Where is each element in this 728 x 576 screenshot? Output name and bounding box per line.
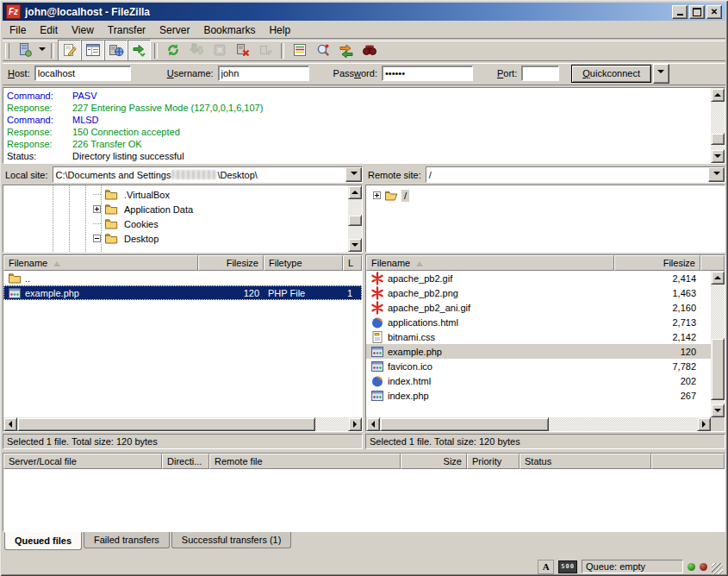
port-input[interactable] bbox=[521, 66, 559, 81]
file-row-bitnami-css[interactable]: bitnami.css2,142 bbox=[366, 329, 711, 344]
tree-item-desktop[interactable]: Desktop bbox=[93, 231, 161, 246]
column-header-filesize[interactable]: Filesize bbox=[198, 255, 264, 271]
find-files-button[interactable] bbox=[358, 40, 381, 61]
scroll-up-button[interactable] bbox=[711, 271, 725, 285]
arrow-right-icon bbox=[353, 421, 360, 428]
tree-expander-plus-icon[interactable] bbox=[93, 205, 101, 213]
column-header-blank[interactable] bbox=[700, 255, 725, 271]
column-header-filesize[interactable]: Filesize bbox=[614, 255, 700, 271]
remote-hscrollbar[interactable] bbox=[366, 417, 711, 431]
disconnect-button[interactable] bbox=[231, 40, 254, 61]
file-row-apache_pb2-png[interactable]: apache_pb2.png1,463 bbox=[366, 285, 711, 300]
refresh-button[interactable] bbox=[161, 40, 184, 61]
scroll-down-button[interactable] bbox=[711, 149, 725, 163]
tree-item--virtualbox[interactable]: .VirtualBox bbox=[93, 187, 172, 202]
title-bar[interactable]: Fz john@localhost - FileZilla ✕ bbox=[3, 3, 725, 21]
file-row-favicon-ico[interactable]: favicon.ico7,782 bbox=[366, 359, 711, 373]
tree-item-cookies[interactable]: Cookies bbox=[93, 216, 161, 231]
tree-expander-plus-icon[interactable] bbox=[373, 191, 381, 199]
local-path-dropdown-button[interactable] bbox=[345, 167, 362, 182]
file-row-index-php[interactable]: index.php267 bbox=[366, 388, 711, 403]
speed-limits-icon[interactable]: 500 bbox=[558, 560, 577, 573]
toggle-message-log-button[interactable] bbox=[58, 40, 81, 61]
remote-site-combobox[interactable]: / bbox=[426, 166, 725, 183]
scroll-down-button[interactable] bbox=[348, 238, 362, 252]
scroll-up-button[interactable] bbox=[348, 185, 362, 199]
remote-path-dropdown-button[interactable] bbox=[708, 167, 725, 182]
scrollbar-thumb[interactable] bbox=[380, 417, 549, 431]
menu-item-bookmarks[interactable]: Bookmarks bbox=[196, 22, 262, 38]
cancel-button[interactable] bbox=[208, 40, 231, 61]
column-header-directi-[interactable]: Directi... bbox=[162, 454, 209, 469]
host-input[interactable] bbox=[34, 66, 131, 81]
column-header-priority[interactable]: Priority bbox=[467, 454, 520, 469]
column-header-status[interactable]: Status bbox=[520, 454, 651, 469]
toggle-queue-button[interactable] bbox=[128, 40, 151, 61]
file-row--[interactable]: .. bbox=[3, 271, 362, 285]
resize-grip[interactable] bbox=[712, 563, 723, 574]
site-manager-dropdown-button[interactable] bbox=[36, 41, 47, 60]
tab-queued-files[interactable]: Queued files bbox=[4, 532, 82, 550]
local-site-combobox[interactable]: C:\Documents and Settings\Desktop\ bbox=[53, 166, 363, 183]
close-button[interactable]: ✕ bbox=[706, 5, 722, 19]
tree-item-application-data[interactable]: Application Data bbox=[93, 202, 196, 216]
file-row-apache_pb2_ani-gif[interactable]: apache_pb2_ani.gif2,160 bbox=[366, 300, 711, 315]
process-queue-button[interactable] bbox=[184, 40, 208, 61]
file-row-apache_pb2-gif[interactable]: apache_pb2.gif2,414 bbox=[366, 271, 711, 285]
file-row-example-php[interactable]: example.php120PHP File1 bbox=[3, 285, 362, 300]
column-header-l[interactable]: L bbox=[343, 255, 362, 271]
minimize-button[interactable] bbox=[672, 5, 688, 19]
cell-text: index.html bbox=[388, 376, 431, 386]
toolbar-grip[interactable] bbox=[5, 43, 9, 59]
tree-expander-minus-icon[interactable] bbox=[93, 235, 101, 242]
toggle-remote-tree-button[interactable] bbox=[104, 40, 128, 61]
scroll-up-button[interactable] bbox=[711, 88, 725, 102]
data-type-indicator-icon[interactable]: A bbox=[538, 560, 554, 574]
maximize-button[interactable] bbox=[689, 5, 705, 19]
local-hscrollbar[interactable] bbox=[3, 417, 362, 431]
tab-failed-transfers[interactable]: Failed transfers bbox=[84, 532, 170, 548]
scrollbar-thumb[interactable] bbox=[17, 417, 315, 431]
column-header-blank[interactable] bbox=[651, 454, 725, 469]
scrollbar-thumb[interactable] bbox=[348, 215, 362, 226]
scroll-left-button[interactable] bbox=[366, 417, 380, 431]
window-title: john@localhost - FileZilla bbox=[25, 6, 150, 18]
password-input[interactable] bbox=[382, 66, 473, 81]
remote-path-value[interactable]: / bbox=[426, 167, 708, 182]
column-header-filename[interactable]: Filename bbox=[3, 255, 198, 271]
file-row-example-php[interactable]: example.php120 bbox=[366, 344, 711, 359]
toggle-local-tree-button[interactable] bbox=[81, 40, 104, 61]
reconnect-button[interactable] bbox=[254, 40, 277, 61]
scroll-right-button[interactable] bbox=[348, 417, 362, 431]
file-row-applications-html[interactable]: applications.html2,713 bbox=[366, 315, 711, 329]
site-manager-button[interactable] bbox=[13, 40, 36, 61]
filter-button[interactable] bbox=[288, 40, 311, 61]
column-header-remote-file[interactable]: Remote file bbox=[209, 454, 401, 469]
scrollbar-thumb[interactable] bbox=[711, 338, 725, 400]
synchronized-browsing-button[interactable] bbox=[334, 40, 358, 61]
local-path-value[interactable]: C:\Documents and Settings\Desktop\ bbox=[53, 167, 345, 182]
menu-item-view[interactable]: View bbox=[65, 22, 101, 38]
column-header-filetype[interactable]: Filetype bbox=[264, 255, 343, 271]
scrollbar-thumb[interactable] bbox=[711, 133, 725, 145]
username-input[interactable] bbox=[218, 66, 309, 81]
directory-comparison-button[interactable] bbox=[311, 40, 334, 61]
tree-item-root[interactable]: / bbox=[373, 188, 409, 203]
menu-item-file[interactable]: File bbox=[3, 22, 33, 38]
quickconnect-dropdown-button[interactable] bbox=[653, 64, 669, 84]
column-header-server-local-file[interactable]: Server/Local file bbox=[3, 454, 162, 469]
scroll-down-button[interactable] bbox=[711, 404, 725, 417]
file-row-index-html[interactable]: index.html202 bbox=[366, 373, 711, 388]
scroll-right-button[interactable] bbox=[697, 417, 711, 431]
menu-item-edit[interactable]: Edit bbox=[33, 22, 65, 38]
quickconnect-button[interactable]: Quickconnect bbox=[571, 65, 651, 83]
column-header-size[interactable]: Size bbox=[401, 454, 467, 469]
scroll-left-button[interactable] bbox=[3, 417, 17, 431]
column-header-filename[interactable]: Filename bbox=[366, 255, 614, 271]
tab-successful-transfers-1-[interactable]: Successful transfers (1) bbox=[171, 532, 292, 548]
menu-item-transfer[interactable]: Transfer bbox=[101, 22, 152, 38]
menu-item-server[interactable]: Server bbox=[152, 22, 196, 38]
menu-item-help[interactable]: Help bbox=[262, 22, 297, 38]
queue-view-icon bbox=[132, 42, 147, 59]
column-header-label: Filesize bbox=[227, 258, 258, 268]
